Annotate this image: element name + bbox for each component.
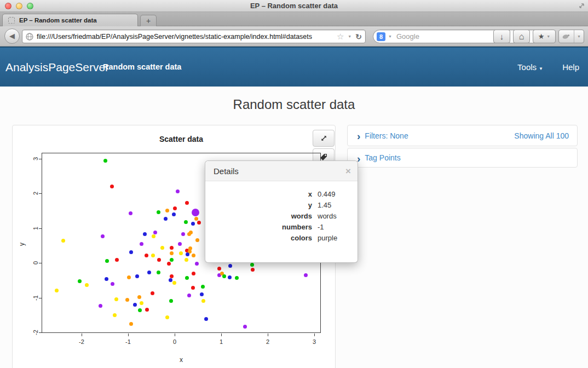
bookmarks-menu-button[interactable]: ★ ▼ <box>533 30 556 43</box>
scatter-point[interactable] <box>228 264 232 268</box>
scatter-point[interactable] <box>140 301 143 305</box>
window-resize-icon[interactable] <box>578 2 585 12</box>
bookmark-star-outline-icon[interactable]: ☆ <box>337 32 344 42</box>
selected-scatter-point[interactable] <box>192 209 199 216</box>
tag-points-toggle[interactable]: Tag Points <box>365 153 400 162</box>
tag-points-panel[interactable]: › Tag Points <box>347 148 578 168</box>
scatter-point[interactable] <box>55 289 59 292</box>
scatter-point[interactable] <box>204 317 208 321</box>
scatter-point[interactable] <box>157 271 160 274</box>
scatter-point[interactable] <box>192 254 195 257</box>
addon-split-button[interactable]: ▼ <box>558 30 584 43</box>
google-logo-icon[interactable]: 8 <box>377 32 385 41</box>
scatter-point[interactable] <box>125 298 129 302</box>
scatter-point[interactable] <box>191 286 195 290</box>
scatter-point[interactable] <box>167 262 171 266</box>
scatter-point[interactable] <box>99 304 102 308</box>
scatter-point[interactable] <box>170 246 174 250</box>
scatter-point[interactable] <box>222 274 226 278</box>
url-bar[interactable]: file:///Users/friedmab/EP/AnalysisPageSe… <box>22 30 366 43</box>
scatter-point[interactable] <box>185 258 188 262</box>
scatter-point[interactable] <box>187 294 191 297</box>
scatter-point[interactable] <box>61 239 65 243</box>
filters-panel[interactable]: › Filters: None Showing All 100 <box>347 125 578 146</box>
scatter-point[interactable] <box>185 276 189 280</box>
scatter-point[interactable] <box>195 262 199 266</box>
scatter-point[interactable] <box>235 276 239 280</box>
scatter-point[interactable] <box>170 274 174 278</box>
url-text[interactable]: file:///Users/friedmab/EP/AnalysisPageSe… <box>37 33 337 41</box>
scatter-point[interactable] <box>170 251 174 255</box>
scatter-point[interactable] <box>111 282 114 286</box>
scatter-point[interactable] <box>200 292 204 296</box>
scatter-point[interactable] <box>151 254 155 257</box>
scatter-point[interactable] <box>138 308 142 312</box>
scatter-point[interactable] <box>78 279 82 283</box>
scatter-point[interactable] <box>228 275 232 279</box>
scatter-point[interactable] <box>172 212 176 216</box>
navbar-page-label[interactable]: Random scatter data <box>103 48 181 87</box>
scatter-point[interactable] <box>194 217 198 221</box>
scatter-point[interactable] <box>160 246 164 250</box>
scatter-point[interactable] <box>129 322 133 326</box>
scatter-point[interactable] <box>105 259 109 263</box>
scatter-point[interactable] <box>165 315 169 319</box>
scatter-point[interactable] <box>201 285 205 289</box>
back-button[interactable]: ◀ <box>4 28 20 44</box>
scatter-point[interactable] <box>169 278 172 282</box>
scatter-point[interactable] <box>153 231 157 234</box>
new-tab-button[interactable]: + <box>140 15 157 26</box>
scatter-point[interactable] <box>201 299 205 303</box>
scatter-point[interactable] <box>143 232 147 236</box>
app-brand[interactable]: AnalysisPageServer <box>5 48 109 87</box>
scatter-point[interactable] <box>184 220 188 224</box>
downloads-button[interactable]: ↓ <box>493 30 510 43</box>
filters-toggle[interactable]: Filters: None <box>365 131 408 140</box>
scatter-point[interactable] <box>304 273 308 277</box>
scatter-point[interactable] <box>186 252 189 256</box>
scatter-point[interactable] <box>176 189 180 193</box>
details-popup-header[interactable]: Details × <box>205 161 358 181</box>
scatter-point[interactable] <box>173 206 177 210</box>
scatter-point[interactable] <box>127 275 131 279</box>
expand-plot-button[interactable] <box>313 130 335 147</box>
scatter-point[interactable] <box>172 281 176 285</box>
scatter-point[interactable] <box>110 185 114 188</box>
scatter-point[interactable] <box>170 258 174 262</box>
reload-icon[interactable]: ↻ <box>355 32 362 41</box>
scatter-point[interactable] <box>129 250 133 254</box>
scatter-point[interactable] <box>101 234 105 238</box>
scatter-point[interactable] <box>157 210 160 214</box>
scatter-point[interactable] <box>114 297 118 301</box>
close-icon[interactable]: × <box>345 161 351 181</box>
scatter-point[interactable] <box>157 258 161 262</box>
tools-menu[interactable]: Tools▼ <box>517 48 543 87</box>
scatter-point[interactable] <box>135 274 139 278</box>
scatter-point[interactable] <box>169 299 173 303</box>
search-engine-caret-icon[interactable]: ▼ <box>388 34 392 38</box>
scatter-point[interactable] <box>217 267 221 271</box>
scatter-point[interactable] <box>103 159 107 163</box>
scatter-point[interactable] <box>179 251 183 255</box>
scatter-point[interactable] <box>137 295 141 299</box>
home-button[interactable]: ⌂ <box>513 30 530 43</box>
scatter-point[interactable] <box>113 313 117 317</box>
scatter-point[interactable] <box>251 268 255 272</box>
scatter-point[interactable] <box>145 254 148 257</box>
scatter-point[interactable] <box>192 272 195 275</box>
browser-tab[interactable]: EP – Random scatter data <box>2 14 138 26</box>
scatter-point[interactable] <box>181 232 185 236</box>
scatter-point[interactable] <box>115 258 119 262</box>
scatter-point[interactable] <box>105 277 108 281</box>
scatter-point[interactable] <box>85 283 89 287</box>
scatter-point[interactable] <box>129 211 132 215</box>
scatter-point[interactable] <box>185 201 189 205</box>
scatter-point[interactable] <box>250 263 254 267</box>
scatter-point[interactable] <box>197 221 201 225</box>
scatter-point[interactable] <box>140 242 143 246</box>
scatter-point[interactable] <box>164 217 168 221</box>
showing-all-link[interactable]: Showing All 100 <box>514 131 569 140</box>
scatter-point[interactable] <box>152 234 155 238</box>
scatter-point[interactable] <box>147 271 151 274</box>
scatter-point[interactable] <box>195 238 199 242</box>
